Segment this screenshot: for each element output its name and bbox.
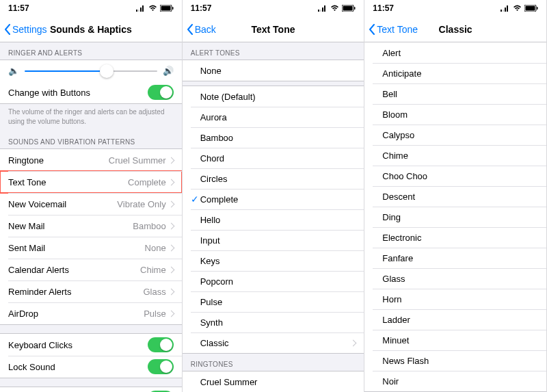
svg-rect-12: [343, 6, 353, 11]
classic-tone-row-calypso[interactable]: Calypso: [364, 125, 546, 145]
back-button[interactable]: Text Tone: [369, 24, 418, 35]
tone-label: Fanfare: [382, 253, 538, 263]
section-footer-ringer: The volume of the ringer and alerts can …: [0, 104, 182, 131]
tone-label: Descent: [382, 192, 538, 202]
signal-icon: [501, 5, 510, 12]
tone-none-row[interactable]: None: [183, 60, 364, 81]
screen-sounds-haptics: 11:57 Settings Sounds & Haptics RINGER A…: [0, 0, 183, 392]
svg-rect-7: [318, 10, 319, 12]
svg-rect-13: [354, 7, 356, 10]
classic-tone-row-glass[interactable]: Glass: [364, 268, 546, 289]
change-with-buttons-row: Change with Buttons: [0, 81, 182, 103]
classic-tone-row-ladder[interactable]: Ladder: [364, 309, 546, 330]
classic-tone-row-bell[interactable]: Bell: [364, 83, 546, 104]
change-with-buttons-toggle[interactable]: [148, 85, 174, 100]
classic-tone-row-bloom[interactable]: Bloom: [364, 104, 546, 125]
classic-tone-row-horn[interactable]: Horn: [364, 289, 546, 309]
chevron-left-icon: [4, 24, 11, 35]
status-bar: 11:57: [183, 0, 364, 16]
row-value: Vibrate Only: [117, 199, 165, 209]
section-header-ringer: RINGER AND ALERTS: [0, 42, 182, 60]
content: AlertAnticipateBellBloomCalypsoChimeChoo…: [364, 42, 546, 392]
tone-label: Aurora: [200, 112, 356, 122]
classic-tone-row-alert[interactable]: Alert: [364, 42, 546, 63]
sound-row-new-voicemail[interactable]: New VoicemailVibrate Only: [0, 193, 182, 215]
tone-row-chord[interactable]: Chord: [183, 148, 364, 168]
back-button[interactable]: Back: [187, 24, 216, 35]
section-header-alert-tones: ALERT TONES: [183, 42, 364, 60]
tone-label: Keys: [200, 256, 356, 266]
tone-label: Minuet: [382, 335, 538, 345]
chevron-right-icon: [168, 310, 174, 317]
status-time: 11:57: [8, 3, 29, 13]
wifi-icon: [148, 5, 157, 12]
row-label: New Voicemail: [8, 199, 117, 209]
back-button[interactable]: Settings: [4, 24, 47, 35]
svg-rect-14: [501, 10, 502, 12]
tone-row-synth[interactable]: Synth: [183, 312, 364, 332]
tone-label: Electronic: [382, 233, 538, 243]
sound-row-ringtone[interactable]: RingtoneCruel Summer: [0, 149, 182, 171]
classic-tone-row-choo-choo[interactable]: Choo Choo: [364, 166, 546, 186]
chevron-right-icon: [350, 339, 357, 346]
classic-tone-row-minuet[interactable]: Minuet: [364, 330, 546, 350]
row-value: Pulse: [144, 309, 166, 319]
nav-bar: Back Text Tone: [183, 16, 364, 42]
content: RINGER AND ALERTS 🔈 🔊 Change with Button…: [0, 42, 182, 392]
tone-row-classic[interactable]: Classic: [183, 332, 364, 353]
row-label: Lock Sound: [8, 362, 148, 372]
classic-tone-row-chime[interactable]: Chime: [364, 145, 546, 166]
tone-row-popcorn[interactable]: Popcorn: [183, 271, 364, 291]
ringtone-row[interactable]: Cruel Summer: [183, 371, 364, 392]
svg-rect-0: [136, 10, 137, 12]
toggle[interactable]: [148, 359, 174, 374]
status-bar: 11:57: [0, 0, 182, 16]
ringtone-label: Cruel Summer: [200, 377, 356, 387]
tone-label: News Flash: [382, 356, 538, 366]
chevron-left-icon: [187, 24, 194, 35]
row-label: Text Tone: [8, 177, 128, 187]
classic-tone-row-descent[interactable]: Descent: [364, 186, 546, 207]
status-icons: [136, 5, 174, 12]
tone-row-hello[interactable]: Hello: [183, 209, 364, 230]
tone-row-input[interactable]: Input: [183, 230, 364, 250]
svg-rect-17: [507, 5, 508, 12]
tone-row-keys[interactable]: Keys: [183, 250, 364, 271]
screen-classic: 11:57 Text Tone Classic AlertAnticipateB…: [364, 0, 547, 392]
checkmark-icon: ✓: [191, 194, 200, 205]
sound-row-calendar-alerts[interactable]: Calendar AlertsChime: [0, 259, 182, 280]
row-value: Chime: [140, 265, 166, 275]
section-header-ringtones: RINGTONES: [183, 354, 364, 371]
classic-tone-row-news-flash[interactable]: News Flash: [364, 350, 546, 371]
volume-slider[interactable]: [25, 70, 157, 72]
status-time: 11:57: [373, 3, 394, 13]
tone-row-bamboo[interactable]: Bamboo: [183, 127, 364, 148]
tone-row-pulse[interactable]: Pulse: [183, 291, 364, 312]
tone-row-aurora[interactable]: Aurora: [183, 107, 364, 127]
chevron-right-icon: [168, 244, 174, 251]
tone-label: Chord: [200, 153, 356, 164]
sound-row-sent-mail[interactable]: Sent MailNone: [0, 237, 182, 259]
classic-tone-row-ding[interactable]: Ding: [364, 207, 546, 227]
sound-row-airdrop[interactable]: AirDropPulse: [0, 302, 182, 324]
classic-tone-row-anticipate[interactable]: Anticipate: [364, 63, 546, 83]
sound-row-new-mail[interactable]: New MailBamboo: [0, 215, 182, 237]
classic-tone-row-fanfare[interactable]: Fanfare: [364, 248, 546, 268]
tone-row-complete[interactable]: ✓Complete: [183, 189, 364, 209]
tone-row-circles[interactable]: Circles: [183, 168, 364, 189]
speaker-low-icon: 🔈: [8, 66, 19, 76]
tone-label: Classic: [200, 338, 351, 348]
svg-rect-5: [161, 6, 170, 11]
tone-row-note-default-[interactable]: Note (Default): [183, 86, 364, 107]
volume-thumb[interactable]: [100, 64, 114, 78]
toggle[interactable]: [148, 337, 174, 352]
back-label: Settings: [12, 24, 47, 35]
sound-row-reminder-alerts[interactable]: Reminder AlertsGlass: [0, 280, 182, 302]
wifi-icon: [513, 5, 522, 12]
sound-row-text-tone[interactable]: Text ToneComplete: [0, 171, 182, 193]
tone-label: Ding: [382, 212, 538, 222]
classic-tone-row-noir[interactable]: Noir: [364, 371, 546, 391]
classic-tone-row-electronic[interactable]: Electronic: [364, 227, 546, 248]
toggle-row-lock-sound: Lock Sound: [0, 356, 182, 378]
svg-rect-9: [322, 8, 323, 12]
